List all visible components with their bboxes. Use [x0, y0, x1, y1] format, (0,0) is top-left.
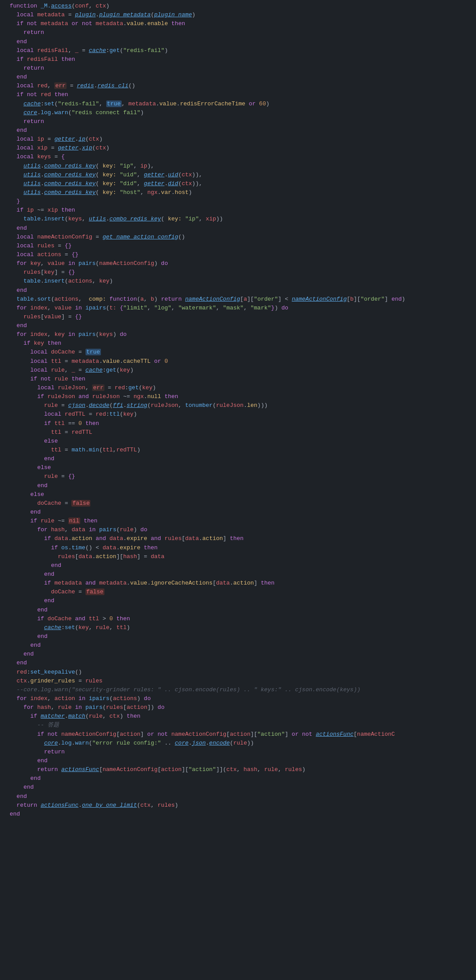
content-8: return — [6, 64, 476, 73]
content-79: for index, action in ipairs(actions) do — [6, 694, 476, 703]
content-9: end — [6, 73, 476, 82]
content-63: rules[data.action][hash] = data — [6, 552, 476, 561]
line-25: table.insert(keys, utils.combo_redis_key… — [0, 215, 476, 224]
content-24: if ip ~= xip then — [6, 206, 476, 215]
content-18: local keys = { — [6, 153, 476, 161]
line-75: end — [0, 659, 476, 667]
line-8: return — [0, 64, 476, 73]
content-67: doCache = false — [6, 588, 476, 596]
line-84: core.log.warn("error rule config:" .. co… — [0, 739, 476, 748]
content-55: end — [6, 481, 476, 490]
line-10: local red, err = redis.redis_cli() — [0, 82, 476, 90]
content-81: if matcher.match(rule, ctx) then — [6, 712, 476, 721]
content-59: if rule ~= nil then — [6, 517, 476, 525]
content-92: end — [6, 810, 476, 819]
content-80: for hash, rule in pairs(rules[action]) d… — [6, 703, 476, 712]
line-15: end — [0, 126, 476, 135]
line-4: return — [0, 28, 476, 37]
line-37: end — [0, 321, 476, 330]
content-41: local ttl = metadata.value.cacheTTL or 0 — [6, 357, 476, 366]
line-40: local doCache = true — [0, 348, 476, 357]
line-44: local ruleJson, err = red:get(key) — [0, 384, 476, 392]
content-30: for key, value in pairs(nameActionConfig… — [6, 259, 476, 268]
content-53: else — [6, 463, 476, 472]
content-89: end — [6, 783, 476, 792]
content-51: ttl = math.min(ttl,redTTL) — [6, 446, 476, 455]
content-85: return — [6, 748, 476, 756]
content-29: local actions = {} — [6, 250, 476, 259]
line-73: end — [0, 641, 476, 650]
line-26: end — [0, 224, 476, 233]
line-81: if matcher.match(rule, ctx) then — [0, 712, 476, 721]
content-64: end — [6, 561, 476, 570]
content-54: rule = {} — [6, 472, 476, 481]
line-43: if not rule then — [0, 375, 476, 384]
content-68: end — [6, 596, 476, 605]
content-47: local redTTL = red:ttl(key) — [6, 410, 476, 419]
content-20: utils.combo_redis_key( key: "uid", gette… — [6, 171, 476, 179]
content-3: if not metadata or not metadata.value.en… — [6, 19, 476, 28]
line-89: end — [0, 783, 476, 792]
line-88: end — [0, 774, 476, 783]
line-3: if not metadata or not metadata.value.en… — [0, 19, 476, 28]
content-1: function _M.access(conf, ctx) — [6, 2, 476, 11]
line-18: local keys = { — [0, 153, 476, 161]
line-31: rules[key] = {} — [0, 268, 476, 277]
line-50: else — [0, 437, 476, 446]
line-78: --core.log.warn("security-grinder rules:… — [0, 686, 476, 694]
line-79: for index, action in ipairs(actions) do — [0, 694, 476, 703]
line-19: utils.combo_redis_key( key: "ip", ip), — [0, 162, 476, 171]
content-50: else — [6, 437, 476, 446]
line-20: utils.combo_redis_key( key: "uid", gette… — [0, 171, 476, 179]
content-26: end — [6, 224, 476, 233]
line-14: return — [0, 117, 476, 126]
content-35: for index, value in ipairs(t: {"limit", … — [6, 304, 476, 313]
line-47: local redTTL = red:ttl(key) — [0, 410, 476, 419]
content-42: local rule, _ = cache:get(key) — [6, 366, 476, 375]
line-91: return actionsFunc.one_by_one_limit(ctx,… — [0, 801, 476, 810]
line-32: table.insert(actions, key) — [0, 277, 476, 286]
line-69: end — [0, 606, 476, 615]
content-70: if doCache and ttl > 0 then — [6, 615, 476, 623]
content-75: end — [6, 659, 476, 667]
line-60: for hash, data in pairs(rule) do — [0, 525, 476, 534]
content-60: for hash, data in pairs(rule) do — [6, 525, 476, 534]
content-46: rule = cjson.decode(ffi.string(ruleJson,… — [6, 401, 476, 410]
line-9: end — [0, 73, 476, 82]
content-7: if redisFail then — [6, 55, 476, 64]
content-16: local ip = getter.ip(ctx) — [6, 135, 476, 144]
line-90: end — [0, 792, 476, 801]
line-86: end — [0, 756, 476, 765]
content-87: return actionsFunc[nameActionConfig[acti… — [6, 765, 476, 774]
content-15: end — [6, 126, 476, 135]
line-28: local rules = {} — [0, 242, 476, 250]
line-51: ttl = math.min(ttl,redTTL) — [0, 446, 476, 455]
line-87: return actionsFunc[nameActionConfig[acti… — [0, 765, 476, 774]
line-80: for hash, rule in pairs(rules[action]) d… — [0, 703, 476, 712]
line-21: utils.combo_redis_key( key: "did", gette… — [0, 179, 476, 188]
line-85: return — [0, 748, 476, 756]
line-48: if ttl == 0 then — [0, 419, 476, 428]
line-30: for key, value in pairs(nameActionConfig… — [0, 259, 476, 268]
content-36: rules[value] = {} — [6, 313, 476, 321]
content-77: ctx.grinder_rules = rules — [6, 677, 476, 686]
line-22: utils.combo_redis_key( key: "host", ngx.… — [0, 188, 476, 197]
content-69: end — [6, 606, 476, 615]
line-92: end — [0, 810, 476, 819]
content-34: table.sort(actions, comp: function(a, b)… — [6, 295, 476, 304]
line-59: if rule ~= nil then — [0, 517, 476, 525]
content-82: -- 答题 — [6, 721, 476, 730]
content-62: if os.time() < data.expire then — [6, 544, 476, 552]
line-68: end — [0, 596, 476, 605]
line-67: doCache = false — [0, 588, 476, 596]
content-27: local nameActionConfig = get_name_action… — [6, 233, 476, 242]
line-29: local actions = {} — [0, 250, 476, 259]
content-57: doCache = false — [6, 499, 476, 508]
content-56: else — [6, 490, 476, 499]
content-78: --core.log.warn("security-grinder rules:… — [6, 686, 476, 694]
line-56: else — [0, 490, 476, 499]
line-57: doCache = false — [0, 499, 476, 508]
line-23: } — [0, 197, 476, 206]
line-7: if redisFail then — [0, 55, 476, 64]
content-38: for index, key in pairs(keys) do — [6, 330, 476, 339]
